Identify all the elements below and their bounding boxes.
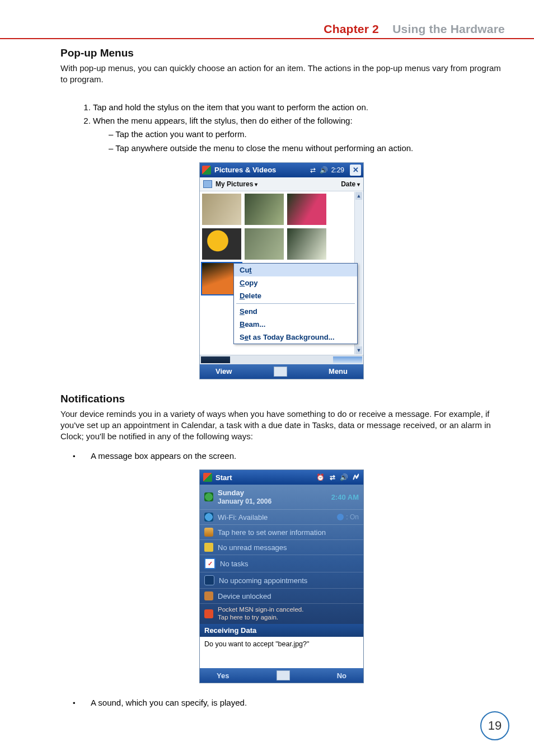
- start-flag-icon[interactable]: [202, 166, 211, 175]
- today-lock-row[interactable]: Device unlocked: [200, 589, 363, 604]
- notifications-bullets-2: A sound, which you can specify, is playe…: [60, 697, 503, 708]
- close-button[interactable]: ✕: [350, 165, 361, 176]
- dialog-title: Receiving Data: [200, 624, 363, 637]
- step-2a: Tap the action you want to perform.: [109, 128, 503, 140]
- menu-item-cut[interactable]: Cut: [234, 264, 357, 276]
- today-owner-row[interactable]: Tap here to set owner information: [200, 525, 363, 540]
- menu-delete-label: Delete: [240, 292, 261, 300]
- pv-clock: 2:29: [331, 166, 344, 174]
- appts-text: No upcoming appointments: [219, 576, 307, 585]
- strip-thumb: [201, 356, 230, 363]
- pv-titlebar: Pictures & Videos ⇄ 🔊 2:29 ✕: [200, 163, 363, 177]
- page: Chapter 2 Using the Hardware Pop-up Menu…: [0, 0, 534, 756]
- bullet-message-box: A message box appears on the screen.: [91, 450, 503, 462]
- today-body: Sunday January 01, 2006 2:40 AM Wi-Fi: A…: [200, 485, 363, 624]
- owner-text: Tap here to set owner information: [218, 528, 326, 537]
- connectivity-icon[interactable]: ⇄: [309, 166, 317, 174]
- today-time: 2:40 AM: [331, 493, 359, 501]
- softkey-menu[interactable]: Menu: [329, 367, 348, 375]
- wifi-state: : On: [337, 513, 359, 521]
- today-wifi-row[interactable]: Wi-Fi: Available : On: [200, 510, 363, 525]
- scroll-up-icon[interactable]: ▲: [355, 192, 362, 200]
- owner-icon: [204, 528, 213, 537]
- pv-status-icons: ⇄ 🔊 2:29: [309, 166, 344, 174]
- step-2: When the menu appears, lift the stylus, …: [93, 115, 503, 154]
- today-date: January 01, 2006: [218, 497, 271, 505]
- chapter-title: Using the Hardware: [392, 22, 505, 35]
- alarm-icon[interactable]: ⏰: [316, 473, 325, 482]
- folder-dropdown[interactable]: My Pictures: [216, 180, 257, 188]
- wifi-state-text: : On: [346, 513, 359, 521]
- td-status-icons: ⏰ ⇄ 🔊 🗲: [316, 473, 360, 482]
- today-date-row[interactable]: Sunday January 01, 2006 2:40 AM: [200, 485, 363, 510]
- dialog-message: Do you want to accept "bear.jpg?": [200, 637, 363, 668]
- popup-steps: Tap and hold the stylus on the item that…: [74, 101, 503, 154]
- menu-setbg-label: Set as Today Background...: [240, 333, 335, 341]
- sip-keyboard-icon[interactable]: [274, 367, 287, 377]
- figure-pictures-videos: Pictures & Videos ⇄ 🔊 2:29 ✕ My Pictures…: [199, 162, 364, 379]
- header-rule: [0, 38, 534, 39]
- msn-icon: [204, 609, 213, 618]
- lock-text: Device unlocked: [218, 592, 271, 600]
- step-1: Tap and hold the stylus on the item that…: [93, 101, 503, 114]
- msn-text: Pocket MSN sign-in canceled. Tap here to…: [218, 606, 303, 622]
- today-tasks-row[interactable]: No tasks: [200, 555, 363, 572]
- clock-icon: [204, 492, 213, 501]
- running-header: Chapter 2 Using the Hardware: [324, 22, 505, 36]
- softkey-yes[interactable]: Yes: [217, 672, 229, 680]
- thumbnail[interactable]: [287, 194, 326, 225]
- lock-icon: [204, 591, 213, 600]
- pv-softkey-bar: View Menu: [200, 364, 363, 379]
- today-appointments-row[interactable]: No upcoming appointments: [200, 572, 363, 589]
- menu-item-copy[interactable]: Copy: [234, 276, 357, 289]
- step-2-sublist: Tap the action you want to perform. Tap …: [93, 128, 503, 154]
- start-flag-icon[interactable]: [203, 473, 212, 482]
- menu-item-beam[interactable]: Beam...: [234, 318, 357, 331]
- wifi-icon: [204, 513, 213, 522]
- today-messages-row[interactable]: No unread messages: [200, 540, 363, 555]
- tasks-text: No tasks: [220, 560, 249, 568]
- step-2-text: When the menu appears, lift the stylus, …: [93, 116, 353, 125]
- td-titlebar: Start ⏰ ⇄ 🔊 🗲: [200, 470, 363, 485]
- sort-dropdown[interactable]: Date: [341, 180, 360, 188]
- context-menu: Cut Copy Delete Send Beam...: [233, 263, 358, 344]
- msn-line1: Pocket MSN sign-in canceled.: [218, 606, 303, 613]
- menu-beam-label: Beam...: [240, 320, 265, 328]
- folder-icon: [203, 180, 212, 188]
- popup-intro: With pop-up menus, you can quickly choos…: [60, 63, 503, 86]
- pv-grid: ▲ ▼ Cut Copy Delete Send: [200, 191, 363, 355]
- thumbnail[interactable]: [202, 228, 241, 260]
- menu-item-set-bg[interactable]: Set as Today Background...: [234, 331, 357, 344]
- menu-send-label: Send: [240, 307, 257, 316]
- menu-separator: [236, 303, 355, 304]
- menu-item-send[interactable]: Send: [234, 305, 357, 318]
- connectivity-icon[interactable]: ⇄: [328, 473, 336, 482]
- pv-bottom-thumb-strip: [200, 355, 363, 364]
- softkey-no[interactable]: No: [337, 672, 346, 680]
- volume-icon[interactable]: 🔊: [340, 473, 348, 482]
- today-msn-row[interactable]: Pocket MSN sign-in canceled. Tap here to…: [200, 604, 363, 624]
- sip-keyboard-icon[interactable]: [277, 670, 290, 680]
- messages-text: No unread messages: [218, 543, 287, 552]
- softkey-view[interactable]: View: [216, 367, 232, 375]
- chapter-label: Chapter 2: [324, 22, 379, 35]
- pv-title: Pictures & Videos: [214, 166, 306, 174]
- thumbnail[interactable]: [287, 228, 326, 260]
- figure-today-dialog: Start ⏰ ⇄ 🔊 🗲 Sunday January 01, 2006 2:…: [199, 469, 364, 683]
- td-softkey-bar: Yes No: [200, 668, 363, 683]
- td-title: Start: [216, 473, 232, 482]
- volume-icon[interactable]: 🔊: [320, 166, 328, 174]
- menu-cut-label: Cut: [240, 266, 252, 274]
- wifi-label: Wi-Fi: Available: [218, 513, 268, 522]
- thumbnail[interactable]: [245, 228, 284, 260]
- thumbnail[interactable]: [202, 194, 241, 225]
- menu-item-delete[interactable]: Delete: [234, 289, 357, 302]
- scroll-down-icon[interactable]: ▼: [355, 346, 362, 354]
- bluetooth-icon: [337, 514, 344, 520]
- bullet-sound: A sound, which you can specify, is playe…: [91, 697, 503, 708]
- pv-toolbar: My Pictures Date: [200, 177, 363, 191]
- tasks-icon: [204, 558, 216, 569]
- battery-icon[interactable]: 🗲: [352, 473, 360, 482]
- today-day: Sunday: [218, 489, 244, 497]
- thumbnail[interactable]: [245, 194, 284, 225]
